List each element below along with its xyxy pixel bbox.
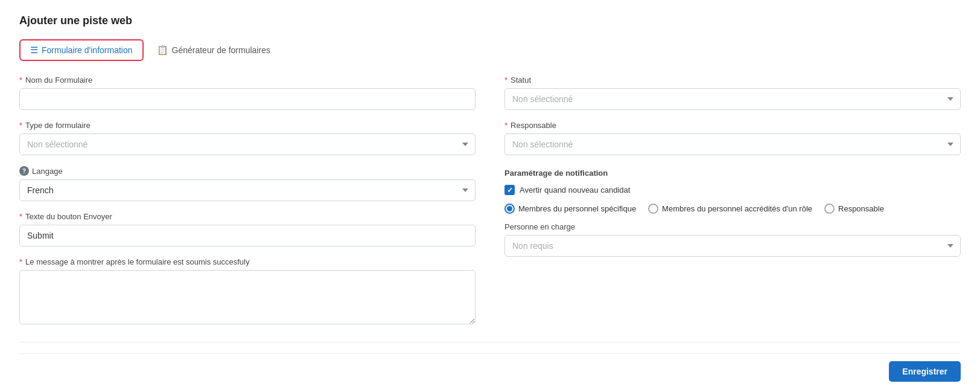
personne-group: Personne en charge Non requis <box>504 222 961 257</box>
langage-group: ? Langage French <box>19 166 476 201</box>
radio-membres-role[interactable]: Membres du personnel accrédités d'un rôl… <box>648 204 812 214</box>
footer-bar: Enregistrer <box>19 353 961 382</box>
responsable-group: * Responsable Non sélectionné <box>504 121 961 155</box>
save-button[interactable]: Enregistrer <box>889 361 961 382</box>
tabs-bar: ☰ Formulaire d'information 📋 Générateur … <box>19 39 961 61</box>
required-star-2: * <box>19 121 22 130</box>
message-apres-textarea[interactable] <box>19 270 476 324</box>
type-formulaire-label: * Type de formulaire <box>19 121 476 130</box>
langage-label: ? Langage <box>19 166 476 176</box>
statut-group: * Statut Non sélectionné <box>504 76 961 110</box>
avertir-checkbox[interactable] <box>504 185 515 195</box>
type-formulaire-wrapper: Non sélectionné <box>19 133 476 155</box>
calendar-icon: 📋 <box>157 45 168 56</box>
radio-label-2: Membres du personnel accrédités d'un rôl… <box>662 204 812 213</box>
checkbox-row[interactable]: Avertir quand nouveau candidat <box>504 185 961 195</box>
form-grid: * Nom du Formulaire * Type de formulaire… <box>19 76 961 337</box>
left-column: * Nom du Formulaire * Type de formulaire… <box>19 76 476 337</box>
notification-section: Paramétrage de notification Avertir quan… <box>504 166 961 268</box>
type-formulaire-group: * Type de formulaire Non sélectionné <box>19 121 476 155</box>
required-star: * <box>19 76 22 85</box>
texte-bouton-group: * Texte du bouton Envoyer <box>19 212 476 246</box>
radio-group: Membres du personnel spécifique Membres … <box>504 204 961 214</box>
required-star-6: * <box>504 121 508 130</box>
radio-circle-3 <box>824 204 835 214</box>
langage-wrapper: French <box>19 179 476 201</box>
message-apres-label: * Le message à montrer après le formulai… <box>19 257 476 266</box>
required-star-3: * <box>19 212 22 221</box>
responsable-label: * Responsable <box>504 121 961 130</box>
radio-membres-specifique[interactable]: Membres du personnel spécifique <box>504 204 636 214</box>
required-star-4: * <box>19 257 22 266</box>
tab-form-generator[interactable]: 📋 Générateur de formulaires <box>146 39 281 61</box>
footer-divider <box>19 342 961 342</box>
radio-label-3: Responsable <box>838 204 884 213</box>
statut-select[interactable]: Non sélectionné <box>504 88 961 110</box>
radio-label-1: Membres du personnel spécifique <box>518 204 636 213</box>
statut-wrapper: Non sélectionné <box>504 88 961 110</box>
nom-formulaire-input[interactable] <box>19 88 476 110</box>
responsable-wrapper: Non sélectionné <box>504 133 961 155</box>
avertir-label: Avertir quand nouveau candidat <box>520 185 630 194</box>
radio-responsable[interactable]: Responsable <box>824 204 884 214</box>
page-title: Ajouter une piste web <box>19 14 961 27</box>
message-apres-group: * Le message à montrer après le formulai… <box>19 257 476 326</box>
right-column: * Statut Non sélectionné * Responsable <box>504 76 961 337</box>
personne-label: Personne en charge <box>504 222 961 231</box>
personne-wrapper: Non requis <box>504 235 961 257</box>
texte-bouton-label: * Texte du bouton Envoyer <box>19 212 476 221</box>
responsable-select[interactable]: Non sélectionné <box>504 133 961 155</box>
statut-label: * Statut <box>504 76 961 85</box>
langage-select[interactable]: French <box>19 179 476 201</box>
help-icon[interactable]: ? <box>19 166 29 176</box>
texte-bouton-input[interactable] <box>19 225 476 246</box>
tab-form-generator-label: Générateur de formulaires <box>172 45 270 55</box>
nom-formulaire-label: * Nom du Formulaire <box>19 76 476 85</box>
required-star-5: * <box>504 76 508 85</box>
radio-circle-2 <box>648 204 658 214</box>
tab-form-info[interactable]: ☰ Formulaire d'information <box>19 39 144 61</box>
list-icon: ☰ <box>30 45 38 56</box>
type-formulaire-select[interactable]: Non sélectionné <box>19 133 476 155</box>
nom-formulaire-group: * Nom du Formulaire <box>19 76 476 110</box>
personne-select[interactable]: Non requis <box>504 235 961 257</box>
notification-title: Paramétrage de notification <box>504 169 961 178</box>
radio-circle-1 <box>504 204 515 214</box>
tab-form-info-label: Formulaire d'information <box>42 45 133 55</box>
